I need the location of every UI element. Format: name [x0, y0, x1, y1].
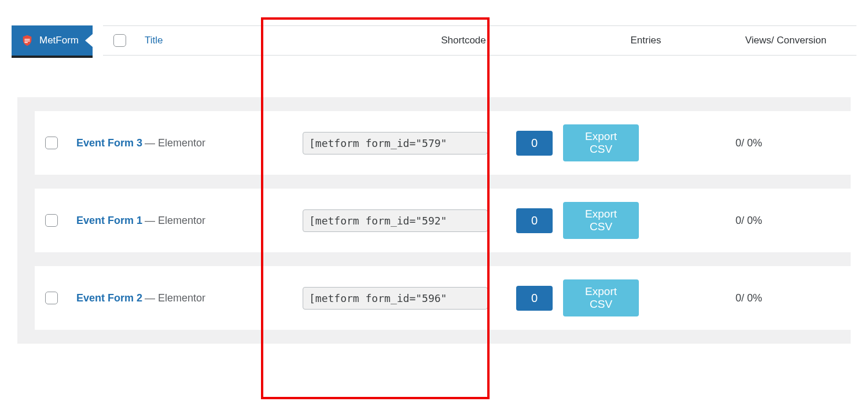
shortcode-input[interactable]: [metform form_id="596"	[303, 287, 488, 310]
row-separator	[35, 330, 851, 344]
svg-rect-0	[24, 39, 30, 39]
form-builder-label: — Elementor	[145, 292, 205, 304]
column-header-views: Views/ Conversion	[745, 35, 826, 46]
views-conversion-value: 0/ 0%	[735, 215, 762, 227]
row-checkbox[interactable]	[45, 214, 58, 227]
row-separator	[35, 175, 851, 189]
table-row: Event Form 1 — Elementor [metform form_i…	[35, 189, 851, 252]
export-csv-button[interactable]: Export CSV	[563, 124, 639, 161]
svg-rect-2	[24, 42, 28, 43]
table-row: Event Form 2 — Elementor [metform form_i…	[35, 266, 851, 330]
views-conversion-value: 0/ 0%	[735, 137, 762, 149]
row-checkbox[interactable]	[45, 137, 58, 149]
export-csv-button[interactable]: Export CSV	[563, 279, 639, 316]
row-separator	[35, 252, 851, 266]
column-header-shortcode: Shortcode	[441, 35, 486, 46]
table-header-row: Title Shortcode Entries Views/ Conversio…	[103, 25, 856, 56]
tab-metform[interactable]: MetForm	[12, 25, 93, 56]
entries-count-badge[interactable]: 0	[516, 286, 553, 311]
tab-label: MetForm	[39, 35, 79, 46]
export-csv-button[interactable]: Export CSV	[563, 202, 639, 239]
column-header-entries: Entries	[631, 35, 661, 46]
form-title-link[interactable]: Event Form 3	[76, 137, 142, 149]
admin-sidebar-gutter	[17, 97, 35, 344]
shortcode-input[interactable]: [metform form_id="579"	[303, 132, 488, 154]
svg-rect-1	[24, 41, 30, 41]
views-conversion-value: 0/ 0%	[735, 292, 762, 304]
tab-active-underline	[12, 56, 93, 58]
select-all-checkbox[interactable]	[113, 34, 126, 47]
table-row: Event Form 3 — Elementor [metform form_i…	[35, 111, 851, 175]
shortcode-input[interactable]: [metform form_id="592"	[303, 209, 488, 232]
form-title-link[interactable]: Event Form 2	[76, 292, 142, 304]
form-builder-label: — Elementor	[145, 137, 205, 149]
form-builder-label: — Elementor	[145, 215, 205, 227]
entries-count-badge[interactable]: 0	[516, 131, 553, 156]
column-header-title[interactable]: Title	[145, 35, 163, 46]
row-checkbox[interactable]	[45, 292, 58, 304]
metform-shield-icon	[21, 34, 34, 47]
form-title-link[interactable]: Event Form 1	[76, 215, 142, 227]
row-separator	[35, 97, 851, 111]
entries-count-badge[interactable]: 0	[516, 208, 553, 233]
